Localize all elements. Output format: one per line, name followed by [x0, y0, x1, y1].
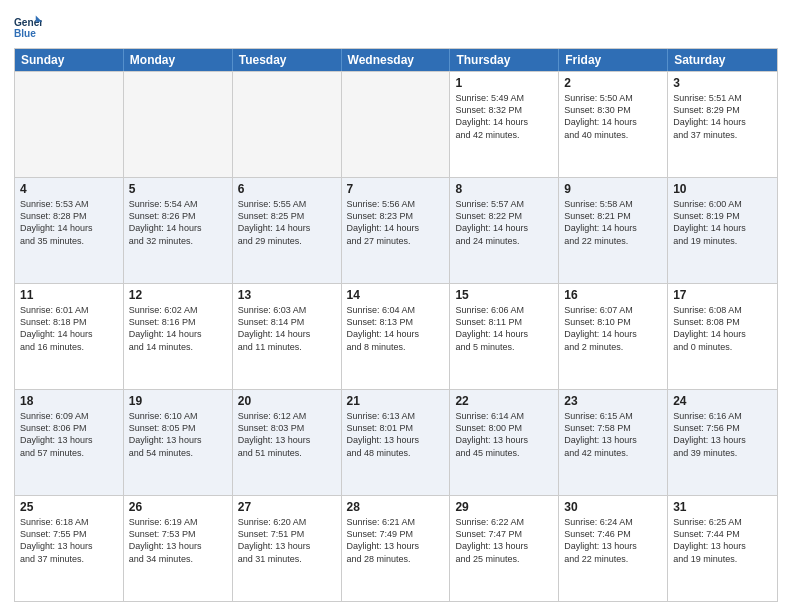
- day-number: 10: [673, 181, 772, 197]
- calendar-row: 18Sunrise: 6:09 AM Sunset: 8:06 PM Dayli…: [15, 389, 777, 495]
- day-number: 20: [238, 393, 336, 409]
- calendar-cell: 12Sunrise: 6:02 AM Sunset: 8:16 PM Dayli…: [124, 284, 233, 389]
- header: General Blue: [14, 10, 778, 42]
- calendar-cell: 17Sunrise: 6:08 AM Sunset: 8:08 PM Dayli…: [668, 284, 777, 389]
- day-number: 15: [455, 287, 553, 303]
- day-number: 4: [20, 181, 118, 197]
- cell-info: Sunrise: 6:19 AM Sunset: 7:53 PM Dayligh…: [129, 516, 227, 565]
- cell-info: Sunrise: 6:13 AM Sunset: 8:01 PM Dayligh…: [347, 410, 445, 459]
- calendar-cell: 6Sunrise: 5:55 AM Sunset: 8:25 PM Daylig…: [233, 178, 342, 283]
- cell-info: Sunrise: 6:07 AM Sunset: 8:10 PM Dayligh…: [564, 304, 662, 353]
- cell-info: Sunrise: 5:56 AM Sunset: 8:23 PM Dayligh…: [347, 198, 445, 247]
- cell-info: Sunrise: 6:25 AM Sunset: 7:44 PM Dayligh…: [673, 516, 772, 565]
- calendar-header-cell: Thursday: [450, 49, 559, 71]
- calendar-cell: 31Sunrise: 6:25 AM Sunset: 7:44 PM Dayli…: [668, 496, 777, 601]
- day-number: 27: [238, 499, 336, 515]
- calendar-cell-empty: [15, 72, 124, 177]
- day-number: 6: [238, 181, 336, 197]
- cell-info: Sunrise: 6:21 AM Sunset: 7:49 PM Dayligh…: [347, 516, 445, 565]
- calendar-cell: 24Sunrise: 6:16 AM Sunset: 7:56 PM Dayli…: [668, 390, 777, 495]
- day-number: 8: [455, 181, 553, 197]
- cell-info: Sunrise: 6:20 AM Sunset: 7:51 PM Dayligh…: [238, 516, 336, 565]
- calendar-cell: 28Sunrise: 6:21 AM Sunset: 7:49 PM Dayli…: [342, 496, 451, 601]
- calendar-cell-empty: [342, 72, 451, 177]
- cell-info: Sunrise: 6:06 AM Sunset: 8:11 PM Dayligh…: [455, 304, 553, 353]
- calendar-cell: 7Sunrise: 5:56 AM Sunset: 8:23 PM Daylig…: [342, 178, 451, 283]
- cell-info: Sunrise: 5:58 AM Sunset: 8:21 PM Dayligh…: [564, 198, 662, 247]
- day-number: 12: [129, 287, 227, 303]
- calendar-header-cell: Saturday: [668, 49, 777, 71]
- day-number: 2: [564, 75, 662, 91]
- calendar-cell: 22Sunrise: 6:14 AM Sunset: 8:00 PM Dayli…: [450, 390, 559, 495]
- calendar-cell: 21Sunrise: 6:13 AM Sunset: 8:01 PM Dayli…: [342, 390, 451, 495]
- calendar-cell: 15Sunrise: 6:06 AM Sunset: 8:11 PM Dayli…: [450, 284, 559, 389]
- calendar-cell: 27Sunrise: 6:20 AM Sunset: 7:51 PM Dayli…: [233, 496, 342, 601]
- calendar-body: 1Sunrise: 5:49 AM Sunset: 8:32 PM Daylig…: [15, 71, 777, 601]
- cell-info: Sunrise: 6:10 AM Sunset: 8:05 PM Dayligh…: [129, 410, 227, 459]
- calendar-cell: 4Sunrise: 5:53 AM Sunset: 8:28 PM Daylig…: [15, 178, 124, 283]
- calendar-cell: 11Sunrise: 6:01 AM Sunset: 8:18 PM Dayli…: [15, 284, 124, 389]
- day-number: 3: [673, 75, 772, 91]
- day-number: 1: [455, 75, 553, 91]
- calendar-cell: 19Sunrise: 6:10 AM Sunset: 8:05 PM Dayli…: [124, 390, 233, 495]
- calendar-cell: 5Sunrise: 5:54 AM Sunset: 8:26 PM Daylig…: [124, 178, 233, 283]
- calendar-cell: 25Sunrise: 6:18 AM Sunset: 7:55 PM Dayli…: [15, 496, 124, 601]
- day-number: 13: [238, 287, 336, 303]
- calendar-cell: 8Sunrise: 5:57 AM Sunset: 8:22 PM Daylig…: [450, 178, 559, 283]
- calendar-cell: 1Sunrise: 5:49 AM Sunset: 8:32 PM Daylig…: [450, 72, 559, 177]
- calendar-cell: 13Sunrise: 6:03 AM Sunset: 8:14 PM Dayli…: [233, 284, 342, 389]
- calendar-cell: 23Sunrise: 6:15 AM Sunset: 7:58 PM Dayli…: [559, 390, 668, 495]
- cell-info: Sunrise: 5:54 AM Sunset: 8:26 PM Dayligh…: [129, 198, 227, 247]
- calendar-header-cell: Wednesday: [342, 49, 451, 71]
- calendar-row: 11Sunrise: 6:01 AM Sunset: 8:18 PM Dayli…: [15, 283, 777, 389]
- calendar-header-cell: Sunday: [15, 49, 124, 71]
- day-number: 26: [129, 499, 227, 515]
- day-number: 16: [564, 287, 662, 303]
- cell-info: Sunrise: 5:50 AM Sunset: 8:30 PM Dayligh…: [564, 92, 662, 141]
- calendar-cell-empty: [233, 72, 342, 177]
- calendar-row: 4Sunrise: 5:53 AM Sunset: 8:28 PM Daylig…: [15, 177, 777, 283]
- day-number: 25: [20, 499, 118, 515]
- day-number: 22: [455, 393, 553, 409]
- cell-info: Sunrise: 6:08 AM Sunset: 8:08 PM Dayligh…: [673, 304, 772, 353]
- calendar-header-row: SundayMondayTuesdayWednesdayThursdayFrid…: [15, 49, 777, 71]
- calendar-cell: 18Sunrise: 6:09 AM Sunset: 8:06 PM Dayli…: [15, 390, 124, 495]
- cell-info: Sunrise: 6:12 AM Sunset: 8:03 PM Dayligh…: [238, 410, 336, 459]
- day-number: 9: [564, 181, 662, 197]
- day-number: 5: [129, 181, 227, 197]
- day-number: 18: [20, 393, 118, 409]
- calendar: SundayMondayTuesdayWednesdayThursdayFrid…: [14, 48, 778, 602]
- logo: General Blue: [14, 14, 44, 42]
- cell-info: Sunrise: 6:03 AM Sunset: 8:14 PM Dayligh…: [238, 304, 336, 353]
- cell-info: Sunrise: 6:14 AM Sunset: 8:00 PM Dayligh…: [455, 410, 553, 459]
- day-number: 23: [564, 393, 662, 409]
- day-number: 7: [347, 181, 445, 197]
- calendar-cell: 3Sunrise: 5:51 AM Sunset: 8:29 PM Daylig…: [668, 72, 777, 177]
- calendar-row: 25Sunrise: 6:18 AM Sunset: 7:55 PM Dayli…: [15, 495, 777, 601]
- day-number: 14: [347, 287, 445, 303]
- cell-info: Sunrise: 5:53 AM Sunset: 8:28 PM Dayligh…: [20, 198, 118, 247]
- cell-info: Sunrise: 5:57 AM Sunset: 8:22 PM Dayligh…: [455, 198, 553, 247]
- calendar-cell: 9Sunrise: 5:58 AM Sunset: 8:21 PM Daylig…: [559, 178, 668, 283]
- day-number: 17: [673, 287, 772, 303]
- cell-info: Sunrise: 5:55 AM Sunset: 8:25 PM Dayligh…: [238, 198, 336, 247]
- cell-info: Sunrise: 6:09 AM Sunset: 8:06 PM Dayligh…: [20, 410, 118, 459]
- day-number: 21: [347, 393, 445, 409]
- day-number: 24: [673, 393, 772, 409]
- day-number: 11: [20, 287, 118, 303]
- day-number: 19: [129, 393, 227, 409]
- cell-info: Sunrise: 5:49 AM Sunset: 8:32 PM Dayligh…: [455, 92, 553, 141]
- cell-info: Sunrise: 6:00 AM Sunset: 8:19 PM Dayligh…: [673, 198, 772, 247]
- calendar-header-cell: Friday: [559, 49, 668, 71]
- cell-info: Sunrise: 6:01 AM Sunset: 8:18 PM Dayligh…: [20, 304, 118, 353]
- cell-info: Sunrise: 5:51 AM Sunset: 8:29 PM Dayligh…: [673, 92, 772, 141]
- day-number: 30: [564, 499, 662, 515]
- calendar-cell: 26Sunrise: 6:19 AM Sunset: 7:53 PM Dayli…: [124, 496, 233, 601]
- cell-info: Sunrise: 6:24 AM Sunset: 7:46 PM Dayligh…: [564, 516, 662, 565]
- svg-text:Blue: Blue: [14, 28, 36, 39]
- day-number: 29: [455, 499, 553, 515]
- cell-info: Sunrise: 6:18 AM Sunset: 7:55 PM Dayligh…: [20, 516, 118, 565]
- generalblue-logo-icon: General Blue: [14, 14, 42, 42]
- day-number: 28: [347, 499, 445, 515]
- calendar-cell-empty: [124, 72, 233, 177]
